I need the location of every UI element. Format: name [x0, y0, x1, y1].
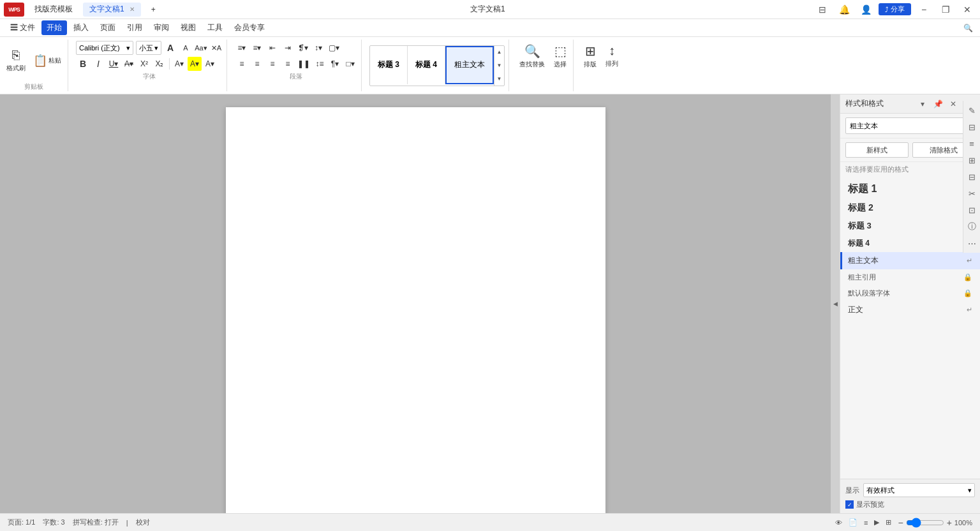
style-item-h3[interactable]: 标题 3 ↵: [840, 217, 980, 235]
view-outline-icon[interactable]: ≡: [864, 519, 868, 527]
panel-icon-box[interactable]: ⊡: [965, 203, 979, 217]
menu-vip[interactable]: 会员专享: [229, 20, 270, 35]
menu-file[interactable]: ☰ 文件: [5, 20, 40, 35]
superscript-button[interactable]: X²: [137, 57, 151, 71]
bold-button[interactable]: B: [76, 57, 90, 71]
font-name-selector[interactable]: Calibri (正文) ▾: [76, 41, 133, 55]
panel-icon-more[interactable]: ⋯: [965, 236, 979, 250]
panel-close-button[interactable]: ✕: [947, 98, 960, 110]
minimize-button[interactable]: −: [915, 3, 933, 17]
view-read-icon[interactable]: 👁: [835, 519, 842, 527]
sort-button[interactable]: ↕≡: [313, 57, 327, 71]
search-button[interactable]: 🔍: [961, 21, 975, 35]
style-item-normal[interactable]: 正文 ↵: [840, 301, 980, 318]
zoom-slider[interactable]: [906, 518, 944, 528]
indent-increase-button[interactable]: ⇥: [281, 41, 295, 55]
tab-document-close-icon[interactable]: ✕: [130, 6, 135, 13]
paste-button[interactable]: 📋 粘贴: [31, 49, 64, 72]
collapse-ribbon-button[interactable]: ⊟: [813, 3, 831, 17]
view-fullscreen-icon[interactable]: ⊞: [886, 518, 891, 527]
align-right-button[interactable]: ≡: [265, 57, 279, 71]
style-item-quote[interactable]: 粗主引用 🔒: [840, 269, 980, 285]
number-list-button[interactable]: ≡▾: [250, 41, 264, 55]
tab-templates[interactable]: 找版亮模板: [28, 3, 79, 17]
align-left-button[interactable]: ≡: [235, 57, 249, 71]
menu-tools[interactable]: 工具: [202, 20, 228, 35]
panel-icon-info[interactable]: ⓘ: [965, 220, 979, 234]
notifications-button[interactable]: 🔔: [835, 3, 853, 17]
style-scroll-expand-button[interactable]: ▼: [494, 59, 504, 72]
panel-icon-cut[interactable]: ✂: [965, 186, 979, 200]
view-edit-icon[interactable]: 📄: [849, 518, 858, 527]
arrange-button[interactable]: ↕ 排列: [603, 42, 621, 70]
panel-icon-grid[interactable]: ⊞: [965, 153, 979, 167]
document-area[interactable]: [0, 94, 831, 513]
panel-icon-remove[interactable]: ⊟: [965, 170, 979, 184]
menu-home[interactable]: 开始: [41, 20, 67, 35]
new-style-button[interactable]: 新样式: [845, 142, 909, 158]
spell-check-status[interactable]: 拼写检查: 打开: [73, 518, 119, 527]
format-painter-button[interactable]: ⎘ 格式刷: [4, 45, 28, 76]
highlight-color-button[interactable]: A▾: [188, 57, 202, 71]
close-button[interactable]: ✕: [958, 3, 976, 17]
panel-icon-collapse[interactable]: ⊟: [965, 120, 979, 134]
panel-icon-list[interactable]: ≡: [965, 137, 979, 151]
align-justify-button[interactable]: ≡: [281, 57, 295, 71]
share-button[interactable]: ⤴ 分享: [879, 3, 911, 15]
font-size-selector[interactable]: 小五 ▾: [136, 41, 161, 55]
indent-decrease-button[interactable]: ⇤: [265, 41, 279, 55]
show-marks-button[interactable]: ¶▾: [328, 57, 342, 71]
italic-button[interactable]: I: [91, 57, 105, 71]
multiline-button[interactable]: ❡▾: [296, 41, 310, 55]
style-item-default[interactable]: 默认段落字体 🔒: [840, 285, 980, 301]
bullet-list-button[interactable]: ≡▾: [235, 41, 249, 55]
proofreading-status[interactable]: 校对: [136, 518, 150, 527]
tab-add[interactable]: +: [145, 3, 162, 17]
style-body-button[interactable]: 粗主文本: [445, 46, 494, 84]
menu-view[interactable]: 视图: [175, 20, 201, 35]
line-spacing-button[interactable]: ↕▾: [311, 41, 325, 55]
text-box-button[interactable]: □▾: [343, 57, 357, 71]
change-case-button[interactable]: Aa▾: [195, 41, 207, 54]
font-size-decrease-button[interactable]: A: [179, 41, 192, 54]
document-page[interactable]: [226, 107, 605, 513]
panel-options-button[interactable]: ▾: [916, 98, 929, 110]
font-size-increase-button[interactable]: A: [164, 41, 177, 54]
font-style-button[interactable]: A▾: [203, 57, 217, 71]
subscript-button[interactable]: X₂: [152, 57, 167, 71]
border-button[interactable]: ▢▾: [327, 41, 341, 55]
zoom-minus-button[interactable]: −: [898, 518, 903, 528]
panel-icon-edit[interactable]: ✎: [965, 103, 979, 117]
style-h4-button[interactable]: 标题 4: [408, 46, 445, 84]
style-scroll-down-button[interactable]: ▼: [494, 72, 504, 86]
style-item-h2[interactable]: 标题 2 ↵: [840, 199, 980, 217]
layout-button[interactable]: ⊞ 排版: [581, 42, 599, 70]
menu-review[interactable]: 审阅: [149, 20, 174, 35]
select-button[interactable]: ⬚ 选择: [551, 42, 569, 70]
align-center-button[interactable]: ≡: [250, 57, 264, 71]
clear-format-button[interactable]: ✕A: [210, 41, 223, 54]
menu-insert[interactable]: 插入: [68, 20, 94, 35]
menu-page[interactable]: 页面: [95, 20, 121, 35]
panel-collapse-button[interactable]: ◀: [831, 298, 840, 310]
style-item-h4[interactable]: 标题 4 ↵: [840, 235, 980, 252]
find-replace-button[interactable]: 🔍 查找替换: [517, 42, 547, 70]
user-button[interactable]: 👤: [857, 3, 875, 17]
strikethrough-button[interactable]: A▾: [122, 57, 136, 71]
style-scroll-up-button[interactable]: ▲: [494, 46, 504, 59]
style-item-body[interactable]: 粗主文本 ↵: [840, 252, 980, 269]
style-item-h1[interactable]: 标题 1 ↵: [840, 179, 980, 199]
zoom-plus-button[interactable]: +: [947, 518, 952, 528]
tab-document[interactable]: 文字文稿1 ✕: [83, 3, 141, 17]
font-color-button[interactable]: A▾: [172, 57, 186, 71]
panel-pin-button[interactable]: 📌: [932, 98, 944, 110]
display-select[interactable]: 有效样式 ▾: [863, 483, 975, 497]
current-style-dropdown[interactable]: 粗主文本 ▾: [845, 117, 975, 134]
menu-references[interactable]: 引用: [122, 20, 147, 35]
style-h3-button[interactable]: 标题 3: [370, 46, 408, 84]
restore-button[interactable]: ❐: [937, 3, 954, 17]
view-play-icon[interactable]: ▶: [874, 518, 879, 527]
column-button[interactable]: ❚❚: [296, 57, 311, 71]
underline-button[interactable]: U▾: [107, 57, 121, 71]
show-preview-checkbox[interactable]: ✓: [845, 500, 854, 509]
